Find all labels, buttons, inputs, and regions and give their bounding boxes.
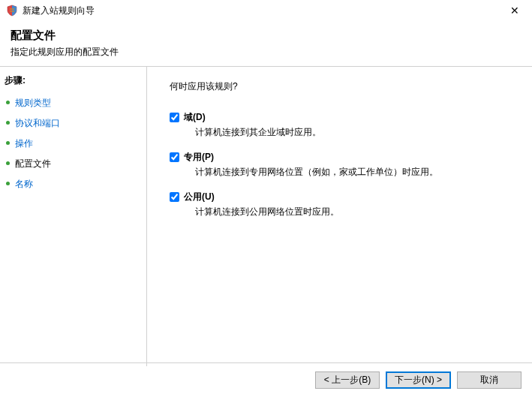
- wizard-header: 配置文件 指定此规则应用的配置文件: [0, 21, 532, 66]
- step-name[interactable]: 名称: [5, 174, 142, 194]
- checkbox-private-label: 专用(P): [184, 151, 214, 164]
- checkbox-public-desc: 计算机连接到公用网络位置时应用。: [195, 206, 517, 218]
- steps-heading: 步骤:: [5, 74, 142, 87]
- svg-rect-0: [10, 8, 14, 10]
- window-title: 新建入站规则向导: [23, 5, 503, 17]
- steps-sidebar: 步骤: 规则类型 协议和端口 操作 配置文件 名称: [0, 67, 146, 366]
- checkbox-public[interactable]: [170, 192, 179, 202]
- checkbox-private-desc: 计算机连接到专用网络位置（例如，家或工作单位）时应用。: [195, 166, 517, 179]
- wizard-footer: < 上一步(B) 下一步(N) > 取消: [0, 362, 532, 397]
- next-button[interactable]: 下一步(N) >: [386, 371, 451, 389]
- checkbox-public-group: 公用(U) 计算机连接到公用网络位置时应用。: [170, 191, 517, 218]
- checkbox-private[interactable]: [170, 152, 179, 162]
- step-action[interactable]: 操作: [5, 134, 142, 154]
- checkbox-domain-desc: 计算机连接到其企业域时应用。: [195, 126, 517, 139]
- step-rule-type[interactable]: 规则类型: [5, 93, 142, 113]
- page-subtitle: 指定此规则应用的配置文件: [11, 46, 521, 59]
- step-protocol-port[interactable]: 协议和端口: [5, 113, 142, 134]
- titlebar: 新建入站规则向导 ✕: [0, 0, 532, 21]
- checkbox-private-group: 专用(P) 计算机连接到专用网络位置（例如，家或工作单位）时应用。: [170, 151, 517, 179]
- back-button[interactable]: < 上一步(B): [315, 371, 380, 389]
- step-profile[interactable]: 配置文件: [5, 154, 142, 174]
- checkbox-domain[interactable]: [170, 113, 179, 122]
- content-pane: 何时应用该规则? 域(D) 计算机连接到其企业域时应用。 专用(P) 计算机连接…: [147, 67, 532, 366]
- checkbox-domain-group: 域(D) 计算机连接到其企业域时应用。: [170, 111, 517, 139]
- firewall-icon: [6, 5, 18, 17]
- cancel-button[interactable]: 取消: [457, 371, 521, 389]
- close-button[interactable]: ✕: [503, 5, 526, 17]
- checkbox-public-label: 公用(U): [184, 191, 215, 203]
- checkbox-domain-label: 域(D): [184, 111, 206, 124]
- svg-rect-1: [10, 11, 14, 12]
- prompt-text: 何时应用该规则?: [170, 80, 517, 93]
- page-title: 配置文件: [11, 29, 521, 43]
